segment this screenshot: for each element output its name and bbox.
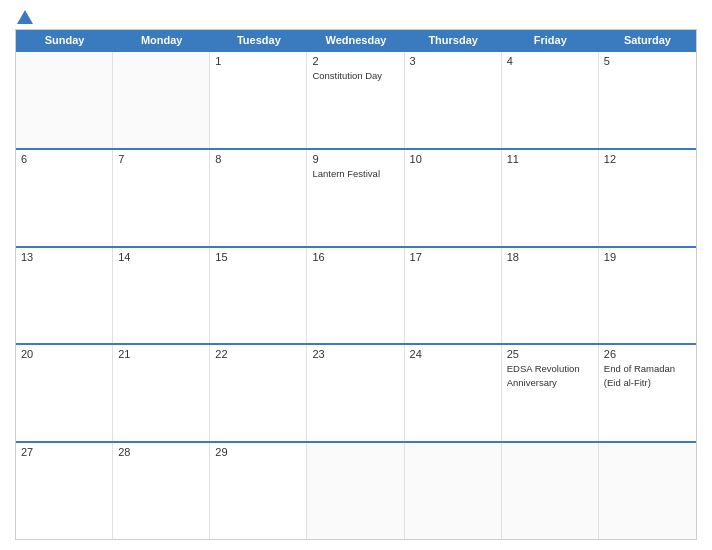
day-cell: 21 (113, 345, 210, 441)
day-number: 29 (215, 446, 301, 458)
col-header-sunday: Sunday (16, 30, 113, 50)
day-number: 4 (507, 55, 593, 67)
day-number: 27 (21, 446, 107, 458)
day-cell: 22 (210, 345, 307, 441)
col-header-saturday: Saturday (599, 30, 696, 50)
day-cell: 1 (210, 52, 307, 148)
day-cell (113, 52, 210, 148)
day-cell: 9Lantern Festival (307, 150, 404, 246)
day-cell: 19 (599, 248, 696, 344)
day-number: 23 (312, 348, 398, 360)
logo (15, 10, 35, 23)
event-label: Constitution Day (312, 70, 382, 81)
day-number: 26 (604, 348, 691, 360)
day-number: 15 (215, 251, 301, 263)
day-cell: 2Constitution Day (307, 52, 404, 148)
day-cell: 13 (16, 248, 113, 344)
day-cell: 5 (599, 52, 696, 148)
day-cell: 23 (307, 345, 404, 441)
day-number: 16 (312, 251, 398, 263)
day-number: 28 (118, 446, 204, 458)
col-header-tuesday: Tuesday (210, 30, 307, 50)
day-cell: 14 (113, 248, 210, 344)
day-cell: 15 (210, 248, 307, 344)
day-cell: 28 (113, 443, 210, 539)
calendar-page: SundayMondayTuesdayWednesdayThursdayFrid… (0, 0, 712, 550)
col-header-friday: Friday (502, 30, 599, 50)
day-cell: 6 (16, 150, 113, 246)
day-cell (599, 443, 696, 539)
day-number: 17 (410, 251, 496, 263)
weeks-container: 12Constitution Day3456789Lantern Festiva… (16, 50, 696, 539)
day-number: 25 (507, 348, 593, 360)
day-cell: 25EDSA Revolution Anniversary (502, 345, 599, 441)
logo-triangle-icon (17, 10, 33, 24)
day-number: 22 (215, 348, 301, 360)
day-cell: 16 (307, 248, 404, 344)
day-cell: 17 (405, 248, 502, 344)
day-number: 7 (118, 153, 204, 165)
day-number: 5 (604, 55, 691, 67)
day-cell (16, 52, 113, 148)
day-number: 19 (604, 251, 691, 263)
day-number: 21 (118, 348, 204, 360)
event-label: EDSA Revolution Anniversary (507, 363, 580, 387)
day-number: 6 (21, 153, 107, 165)
day-number: 13 (21, 251, 107, 263)
day-number: 20 (21, 348, 107, 360)
week-row-1: 12Constitution Day345 (16, 50, 696, 148)
day-cell: 3 (405, 52, 502, 148)
day-number: 12 (604, 153, 691, 165)
day-number: 24 (410, 348, 496, 360)
day-number: 8 (215, 153, 301, 165)
day-cell (405, 443, 502, 539)
day-number: 11 (507, 153, 593, 165)
day-number: 14 (118, 251, 204, 263)
event-label: Lantern Festival (312, 168, 380, 179)
day-cell: 12 (599, 150, 696, 246)
day-cell: 4 (502, 52, 599, 148)
day-cell (307, 443, 404, 539)
day-number: 3 (410, 55, 496, 67)
calendar-grid: SundayMondayTuesdayWednesdayThursdayFrid… (15, 29, 697, 540)
week-row-5: 272829 (16, 441, 696, 539)
col-header-wednesday: Wednesday (307, 30, 404, 50)
week-row-4: 202122232425EDSA Revolution Anniversary2… (16, 343, 696, 441)
day-cell: 11 (502, 150, 599, 246)
col-header-thursday: Thursday (405, 30, 502, 50)
day-cell: 10 (405, 150, 502, 246)
column-headers: SundayMondayTuesdayWednesdayThursdayFrid… (16, 30, 696, 50)
week-row-3: 13141516171819 (16, 246, 696, 344)
day-cell: 27 (16, 443, 113, 539)
day-cell: 20 (16, 345, 113, 441)
day-cell: 29 (210, 443, 307, 539)
day-cell: 8 (210, 150, 307, 246)
col-header-monday: Monday (113, 30, 210, 50)
day-number: 9 (312, 153, 398, 165)
day-cell: 18 (502, 248, 599, 344)
day-cell (502, 443, 599, 539)
day-cell: 7 (113, 150, 210, 246)
day-number: 10 (410, 153, 496, 165)
day-number: 1 (215, 55, 301, 67)
header (15, 10, 697, 23)
day-number: 2 (312, 55, 398, 67)
day-number: 18 (507, 251, 593, 263)
day-cell: 24 (405, 345, 502, 441)
event-label: End of Ramadan (Eid al-Fitr) (604, 363, 675, 387)
day-cell: 26End of Ramadan (Eid al-Fitr) (599, 345, 696, 441)
week-row-2: 6789Lantern Festival101112 (16, 148, 696, 246)
